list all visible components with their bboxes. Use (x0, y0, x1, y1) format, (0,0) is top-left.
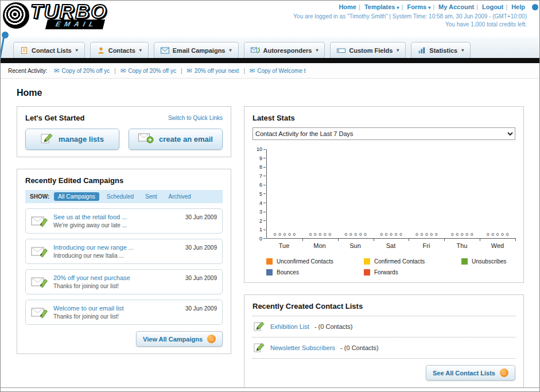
campaign-row: See us at the retail food ...We're givin… (25, 208, 223, 234)
filter-archived[interactable]: Archived (165, 192, 195, 201)
recent-activity-link[interactable]: ✉Copy of 20% off yc (54, 67, 110, 75)
chevron-down-icon: ▾ (397, 5, 399, 10)
campaign-envelope-pencil-icon (31, 245, 48, 258)
bar-group-tue: 00000 (267, 149, 302, 238)
chevron-down-icon: ▾ (461, 48, 464, 53)
stats-activity-select[interactable]: Contact Activity for the Last 7 Days (252, 127, 515, 140)
tab-email-campaigns[interactable]: Email Campaigns ▾ (154, 42, 239, 58)
nav-templates-link[interactable]: Templates ▾ (364, 3, 399, 10)
autoresponders-icon (251, 46, 260, 54)
recent-activity-link[interactable]: ✉Copy of Welcome t (250, 67, 306, 75)
separator: | (506, 3, 507, 10)
recent-activity-link[interactable]: ✉20% off your next (187, 67, 239, 75)
pencil-icon (41, 133, 53, 146)
tab-statistics[interactable]: Statistics ▾ (411, 42, 471, 58)
bar-value-labels: 00000 (338, 232, 374, 237)
separator: | (359, 3, 360, 10)
get-started-panel: Let's Get Started Switch to Quick Links … (17, 106, 231, 157)
chevron-down-icon: ▾ (428, 5, 430, 10)
envelope-plus-icon (138, 133, 154, 145)
bar-group-sat: 00000 (374, 149, 409, 238)
bar-value-labels: 00000 (267, 232, 302, 237)
nav-logout-link[interactable]: Logout (482, 3, 503, 10)
campaign-date: 30 Jun 2009 (185, 214, 217, 220)
filter-sent[interactable]: Sent (141, 192, 161, 201)
chevron-down-icon: ▾ (397, 48, 399, 53)
bar-value-labels: 00000 (480, 232, 515, 237)
tab-custom-fields[interactable]: Custom Fields ▾ (330, 42, 406, 58)
x-axis-label: Mon (302, 242, 337, 249)
legend-label: Forwards (374, 269, 398, 275)
view-all-campaigns-button[interactable]: View All Campaigns → (136, 331, 223, 347)
x-axis-label: Wed (480, 242, 515, 249)
footer-divider (1, 387, 539, 388)
tab-label: Autoresponders (263, 47, 312, 54)
campaign-envelope-pencil-icon (31, 275, 48, 288)
campaign-text: Introducing our new range ...Introducing… (53, 244, 180, 259)
contact-list-row: Newsletter Subscribers- (0 Contacts) (252, 337, 515, 359)
nav-home-link[interactable]: Home (339, 3, 356, 10)
bar-group-fri: 00000 (409, 149, 444, 238)
recent-activity-item-label: Copy of 20% off yc (128, 68, 176, 74)
see-all-contact-lists-button[interactable]: See All Contact Lists → (426, 365, 515, 381)
separator: | (433, 3, 434, 10)
tab-contacts[interactable]: Contacts ▾ (90, 42, 149, 58)
contact-list-count: - (0 Contacts) (340, 344, 379, 351)
envelope-icon: ✉ (250, 67, 255, 75)
legend-label: Unconfirmed Contacts (277, 258, 333, 265)
separator: | (476, 3, 478, 10)
campaign-row: 20% off your next purchaseThanks for joi… (25, 269, 223, 294)
campaign-envelope-pencil-icon (31, 215, 48, 227)
legend-swatch (266, 269, 273, 275)
separator: | (243, 68, 245, 74)
manage-lists-button[interactable]: manage lists (25, 129, 119, 150)
contact-activity-chart: 109876543210 000000000000000000000000000… (252, 149, 515, 275)
app-logo[interactable]: TURBO EMAIL (3, 2, 107, 29)
statistics-icon (418, 46, 426, 54)
separator: | (402, 3, 403, 10)
view-all-campaigns-label: View All Campaigns (143, 336, 203, 343)
legend-label: Unsubscribes (472, 258, 507, 265)
contact-lists-panel-title: Recently Created Contact Lists (252, 302, 363, 311)
campaign-title-link[interactable]: See us at the retail food ... (53, 214, 180, 220)
legend-label: Confirmed Contacts (374, 258, 425, 265)
filter-scheduled[interactable]: Scheduled (103, 192, 138, 201)
header: TURBO EMAIL Home| Templates ▾| Forms ▾| … (1, 1, 539, 37)
contact-list-link[interactable]: Exhibition List (270, 323, 309, 330)
latest-stats-panel: Latest Stats Contact Activity for the La… (244, 106, 524, 283)
filter-all-campaigns[interactable]: All Campaigns (54, 192, 99, 201)
recently-edited-campaigns-panel: Recently Edited Campaigns SHOW: All Camp… (17, 169, 231, 354)
campaigns-panel-title: Recently Edited Campaigns (25, 176, 223, 185)
email-campaigns-icon (161, 47, 169, 54)
chart-legend: Unconfirmed ContactsConfirmed ContactsUn… (266, 258, 515, 275)
switch-to-quick-links[interactable]: Switch to Quick Links (168, 115, 223, 121)
recent-activity-link[interactable]: ✉Copy of 20% off yc (121, 67, 176, 75)
envelope-icon: ✉ (121, 67, 126, 75)
logo-main-text: TURBO (25, 2, 107, 21)
legend-label: Bounces (277, 269, 299, 275)
header-nav: Home| Templates ▾| Forms ▾| My Account| … (293, 3, 527, 10)
campaign-row: Introducing our new range ...Introducing… (25, 239, 223, 264)
nav-help-link[interactable]: Help (511, 3, 525, 10)
legend-item: Bounces (266, 269, 364, 275)
campaign-filter-bar: SHOW: All CampaignsScheduledSentArchived (25, 190, 223, 203)
nav-my-account-link[interactable]: My Account (438, 3, 474, 10)
chart-plot: 00000000000000000000000000000000000 (266, 149, 515, 239)
create-email-button[interactable]: create an email (129, 129, 223, 150)
contact-list-count: - (0 Contacts) (314, 323, 353, 330)
contact-list-link[interactable]: Newsletter Subscribers (270, 344, 335, 351)
recent-activity-label: Recent Activity: (8, 68, 47, 74)
campaign-title-link[interactable]: 20% off your next purchase (53, 274, 180, 281)
campaign-filters: All CampaignsScheduledSentArchived (54, 192, 195, 201)
campaign-title-link[interactable]: Welcome to our email list (53, 305, 180, 312)
campaign-title-link[interactable]: Introducing our new range ... (53, 244, 180, 251)
campaign-envelope-pencil-icon (31, 306, 48, 319)
x-axis-label: Tue (266, 242, 302, 249)
header-right: Home| Templates ▾| Forms ▾| My Account| … (293, 3, 527, 28)
campaign-text: Welcome to our email listThanks for join… (53, 305, 180, 320)
tab-autoresponders[interactable]: Autoresponders ▾ (244, 42, 325, 58)
tab-label: Contact Lists (32, 47, 72, 54)
contact-lists-icon (20, 46, 28, 55)
tab-contact-lists[interactable]: Contact Lists ▾ (13, 42, 85, 58)
nav-forms-link[interactable]: Forms ▾ (407, 3, 430, 10)
